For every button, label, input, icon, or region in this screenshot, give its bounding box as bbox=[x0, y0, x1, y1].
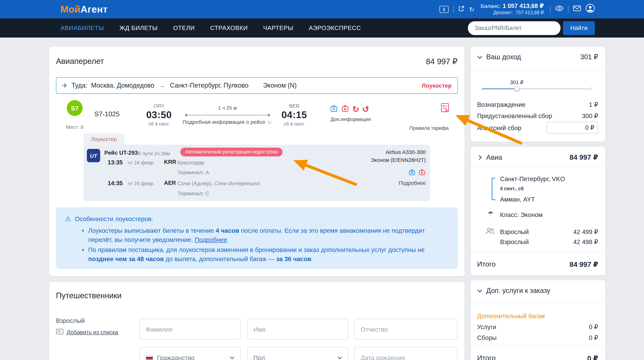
lowcost-flight-number: Рейс UT-293 bbox=[104, 150, 138, 156]
nav-item-hotels[interactable]: ОТЕЛИ bbox=[173, 24, 195, 31]
gender-select[interactable]: Пол bbox=[247, 347, 348, 360]
services-card: Доп. услуги к заказу Дополнительный бага… bbox=[471, 280, 605, 360]
agent-fee-input[interactable] bbox=[547, 122, 598, 133]
order-search-input[interactable] bbox=[468, 21, 560, 35]
middlename-input[interactable] bbox=[354, 319, 458, 340]
avia-to-city: Амман, AYT bbox=[500, 196, 535, 203]
lc-departure-code: KRR bbox=[164, 159, 176, 165]
app-logo[interactable]: МойАгент bbox=[60, 3, 108, 15]
services-card-header[interactable]: Доп. услуги к заказу bbox=[477, 287, 598, 295]
chevron-down-icon bbox=[337, 354, 342, 360]
flight-card-price: 84 997 ₽ bbox=[426, 57, 458, 66]
income-slider[interactable]: 301 ₽ bbox=[482, 79, 590, 93]
income-card-header[interactable]: Ваш доход 301 ₽ bbox=[477, 53, 598, 61]
info-box-title: Особенности лоукостеров: bbox=[75, 215, 153, 222]
exchange-icon[interactable]: ↻ bbox=[352, 105, 359, 113]
ut-airline-logo: UT bbox=[87, 149, 100, 162]
departure-airport: ORY bbox=[134, 103, 184, 109]
total-label: Итого bbox=[477, 260, 496, 269]
income-card: Ваш доход 301 ₽ 301 ₽ Вознаграждение 1 ₽… bbox=[471, 47, 605, 142]
lowcost-panel-tab[interactable]: Лоукостер bbox=[84, 133, 124, 145]
text-part: до вылета, дополнительный багаж — bbox=[164, 255, 276, 262]
deposit-label: Депозит: bbox=[493, 10, 513, 15]
search-button[interactable]: Найти bbox=[563, 21, 595, 35]
external-link-icon[interactable] bbox=[458, 5, 464, 13]
income-slider-track[interactable] bbox=[482, 88, 590, 89]
text-part-bold: позднее чем за 48 часов bbox=[88, 255, 164, 262]
chevron-down-icon bbox=[477, 53, 482, 61]
citizenship-select[interactable]: Гражданство bbox=[139, 347, 241, 360]
logo-part-2: Агент bbox=[80, 3, 108, 14]
lc-no-baggage-icon[interactable] bbox=[418, 169, 426, 178]
route-cabin: Эконом (N) bbox=[263, 82, 297, 89]
flight-details-link[interactable]: Подробная информация о рейсе ☺ bbox=[182, 119, 273, 125]
row-label: Сборы bbox=[477, 334, 496, 342]
add-from-list-text: Добавить из списка bbox=[67, 329, 118, 336]
flight-card: Авиаперелет 84 997 ₽ ✈ Туда: Москва, Дом… bbox=[49, 47, 464, 276]
cabin-class-code: Эконом (E/ENN28H2T) bbox=[371, 157, 426, 163]
bullet-dot: • bbox=[82, 226, 84, 244]
nav-item-insurance[interactable]: СТРАХОВКИ bbox=[210, 24, 248, 31]
total-label: Итого bbox=[477, 354, 496, 360]
baggage-count-text: 5 bbox=[333, 107, 335, 111]
fare-rules-icon[interactable] bbox=[440, 103, 450, 114]
contact-card-icon bbox=[56, 329, 64, 336]
warning-icon: ⚠ bbox=[65, 215, 71, 223]
nav-item-avia[interactable]: АВИАБИЛЕТЫ bbox=[60, 24, 104, 31]
balance-label: Баланс: bbox=[480, 3, 500, 9]
refund-icon[interactable]: ↺ bbox=[362, 105, 369, 113]
nav-item-rail[interactable]: ЖД БИЛЕТЫ bbox=[120, 24, 158, 31]
lowcost-duration: В пути 2ч.30м bbox=[138, 150, 170, 156]
note-more-link[interactable]: Подробнее bbox=[195, 236, 227, 243]
nav-item-aeroexpress[interactable]: АЭРОЭКСПРЕСС bbox=[309, 24, 361, 31]
mail-icon[interactable] bbox=[573, 5, 581, 13]
lc-baggage-count-icon[interactable]: 10 bbox=[408, 169, 416, 178]
text-part-bold: 4 часов bbox=[216, 227, 239, 234]
lc-more-link[interactable]: Подробнее bbox=[399, 180, 426, 186]
avia-card-header[interactable]: Авиа 84 997 ₽ bbox=[477, 153, 598, 162]
birthdate-input[interactable] bbox=[354, 347, 458, 360]
nav-item-charters[interactable]: ЧАРТЕРЫ bbox=[263, 24, 293, 31]
logo-part-1: Мой bbox=[60, 3, 80, 14]
income-slider-label: 301 ₽ bbox=[510, 79, 524, 86]
departure-time: 03:50 bbox=[134, 109, 184, 121]
route-bracket bbox=[492, 178, 492, 200]
firstname-input[interactable] bbox=[247, 319, 348, 340]
eye-icon[interactable] bbox=[555, 5, 563, 13]
orders-count-icon[interactable]: 1 bbox=[440, 5, 448, 13]
bullet-dot: • bbox=[82, 245, 84, 263]
user-account-icon[interactable] bbox=[586, 4, 595, 14]
balance-block: Баланс:1 057 413,68 ₽ Депозит:757 413,68… bbox=[480, 2, 544, 16]
agent-fee-row: Агентский сбор bbox=[477, 122, 598, 133]
services-title: Доп. услуги к заказу bbox=[486, 287, 550, 295]
divider bbox=[550, 5, 550, 13]
row-value: 300 ₽ bbox=[582, 112, 598, 120]
lc-departure-date: чт 24 февр. bbox=[128, 160, 154, 166]
note-1-text: Лоукостеры выписывают билеты в течение 4… bbox=[88, 226, 448, 244]
nav-links: АВИАБИЛЕТЫ ЖД БИЛЕТЫ ОТЕЛИ СТРАХОВКИ ЧАР… bbox=[60, 24, 361, 31]
no-baggage-icon[interactable] bbox=[341, 104, 349, 114]
segment-service-icons: 5 ↻ ↺ bbox=[330, 104, 369, 114]
route-direction: Туда: bbox=[72, 82, 87, 89]
income-slider-thumb[interactable] bbox=[514, 86, 520, 91]
top-header-bar: МойАгент 1 ↻ Баланс:1 057 413,68 ₽ Депоз… bbox=[0, 0, 644, 18]
umbrella-icon: ☂ bbox=[488, 210, 494, 218]
refresh-balance-icon[interactable]: ↻ bbox=[469, 6, 474, 12]
extra-baggage-link[interactable]: Дополнительный багаж bbox=[477, 313, 545, 320]
avia-total: 84 997 ₽ bbox=[570, 153, 598, 162]
arrival-block: BER 04:15 сб 4 сент. bbox=[269, 103, 319, 126]
income-row-preset-fee: Предустановленный сбор 300 ₽ bbox=[477, 112, 598, 120]
main-navigation: АВИАБИЛЕТЫ ЖД БИЛЕТЫ ОТЕЛИ СТРАХОВКИ ЧАР… bbox=[0, 18, 644, 37]
add-from-list-link[interactable]: Добавить из списка bbox=[56, 329, 118, 336]
divider bbox=[471, 302, 605, 302]
lc-service-icons: 10 bbox=[408, 169, 426, 178]
agent-fee-label: Агентский сбор bbox=[477, 124, 521, 131]
lastname-input[interactable] bbox=[139, 319, 241, 340]
row-label: Вознаграждение bbox=[477, 101, 526, 108]
fare-rules-label: Правила тарифа bbox=[410, 125, 449, 131]
row-label: Предустановленный сбор bbox=[477, 112, 552, 120]
departure-block: ORY 03:50 сб 4 сент. bbox=[134, 103, 184, 126]
route-arrow: → bbox=[159, 82, 166, 89]
income-slider-fill bbox=[482, 88, 517, 89]
baggage-count-icon[interactable]: 5 bbox=[330, 104, 338, 114]
